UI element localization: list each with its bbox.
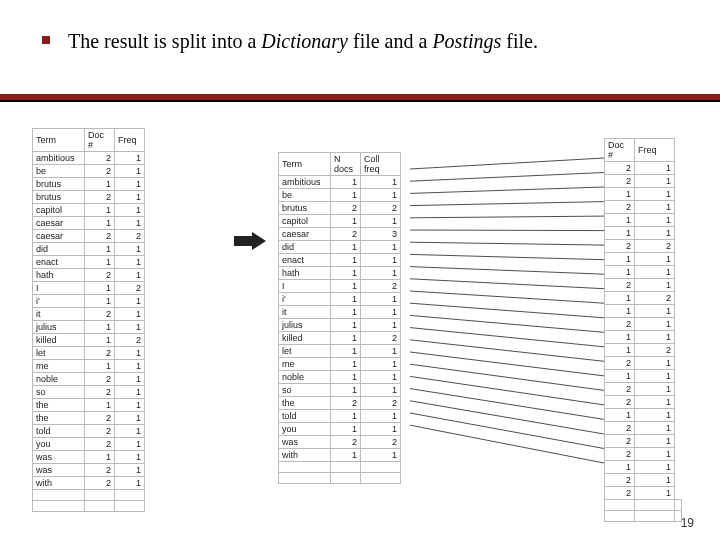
cell: 1 — [115, 386, 145, 399]
table-row: be11 — [279, 189, 401, 202]
cell: 2 — [85, 412, 115, 425]
cell: 1 — [331, 423, 361, 436]
cell: 1 — [115, 451, 145, 464]
svg-line-1 — [410, 158, 604, 169]
cell: 2 — [331, 397, 361, 410]
cell: 1 — [635, 214, 675, 227]
table-row: me11 — [279, 358, 401, 371]
table-row: let11 — [279, 345, 401, 358]
cell: brutus — [33, 178, 85, 191]
cell: 1 — [605, 331, 635, 344]
table-row: capitol11 — [33, 204, 145, 217]
cell: was — [279, 436, 331, 449]
cell: capitol — [279, 215, 331, 228]
table-row: brutus11 — [33, 178, 145, 191]
cell: 1 — [605, 227, 635, 240]
cell: be — [33, 165, 85, 178]
cell: 1 — [361, 410, 401, 423]
cell — [85, 490, 115, 501]
svg-line-20 — [410, 401, 604, 434]
cell: 1 — [115, 399, 145, 412]
cell: the — [279, 397, 331, 410]
cell: 2 — [605, 279, 635, 292]
cell: 1 — [331, 293, 361, 306]
cell: told — [33, 425, 85, 438]
table-row: I12 — [33, 282, 145, 295]
cell: 1 — [361, 384, 401, 397]
table-row: with11 — [279, 449, 401, 462]
cell — [331, 462, 361, 473]
table-row: 21 — [605, 201, 682, 214]
bullet-text: The result is split into a Dictionary fi… — [68, 28, 538, 54]
table-row: was22 — [279, 436, 401, 449]
table-row: it21 — [33, 308, 145, 321]
mapping-lines — [410, 150, 610, 480]
cell — [115, 490, 145, 501]
cell: 2 — [85, 269, 115, 282]
svg-line-2 — [410, 173, 604, 182]
cell: 2 — [605, 162, 635, 175]
cell: 2 — [605, 318, 635, 331]
cell: 2 — [605, 448, 635, 461]
table-row: told21 — [33, 425, 145, 438]
cell: 1 — [635, 409, 675, 422]
cell — [331, 473, 361, 484]
cell — [635, 500, 675, 511]
cell: 1 — [635, 487, 675, 500]
cell: the — [33, 412, 85, 425]
cell: 1 — [115, 464, 145, 477]
cell: with — [33, 477, 85, 490]
cell: was — [33, 464, 85, 477]
table-row: 12 — [605, 344, 682, 357]
cell: 2 — [361, 202, 401, 215]
cell: caesar — [33, 230, 85, 243]
table-row: 21 — [605, 175, 682, 188]
cell: 2 — [361, 332, 401, 345]
cell: 2 — [605, 175, 635, 188]
cell: 1 — [361, 267, 401, 280]
cell: let — [279, 345, 331, 358]
cell: killed — [33, 334, 85, 347]
cell: 1 — [361, 293, 401, 306]
cell: 1 — [331, 241, 361, 254]
cell: 1 — [361, 215, 401, 228]
th-doc: Doc # — [85, 129, 115, 152]
cell: 2 — [331, 228, 361, 241]
cell: so — [279, 384, 331, 397]
svg-line-9 — [410, 267, 604, 275]
cell: 1 — [115, 373, 145, 386]
th-freq2: Freq — [635, 139, 675, 162]
cell: 1 — [115, 204, 145, 217]
svg-line-14 — [410, 328, 604, 347]
table-row: 11 — [605, 188, 682, 201]
table-row: the11 — [33, 399, 145, 412]
cell: 1 — [605, 266, 635, 279]
table-row: with21 — [33, 477, 145, 490]
cell: 1 — [115, 256, 145, 269]
table-row — [605, 511, 682, 522]
table-row: killed12 — [279, 332, 401, 345]
cell — [115, 501, 145, 512]
cell: 1 — [85, 178, 115, 191]
cell: 1 — [361, 423, 401, 436]
cell: it — [279, 306, 331, 319]
table-row: so11 — [279, 384, 401, 397]
cell: 2 — [605, 435, 635, 448]
th-ndocs: N docs — [331, 153, 361, 176]
table-row: the22 — [279, 397, 401, 410]
table-row: 22 — [605, 240, 682, 253]
cell: 2 — [85, 373, 115, 386]
cell: 1 — [635, 461, 675, 474]
cell: 1 — [635, 357, 675, 370]
cell: I — [33, 282, 85, 295]
cell: 1 — [115, 438, 145, 451]
cell: 1 — [85, 204, 115, 217]
table-row: did11 — [33, 243, 145, 256]
cell: 1 — [361, 371, 401, 384]
cell: 2 — [635, 292, 675, 305]
cell: 1 — [635, 370, 675, 383]
cell: 2 — [85, 425, 115, 438]
cell: the — [33, 399, 85, 412]
cell: 1 — [361, 345, 401, 358]
svg-line-18 — [410, 376, 604, 405]
